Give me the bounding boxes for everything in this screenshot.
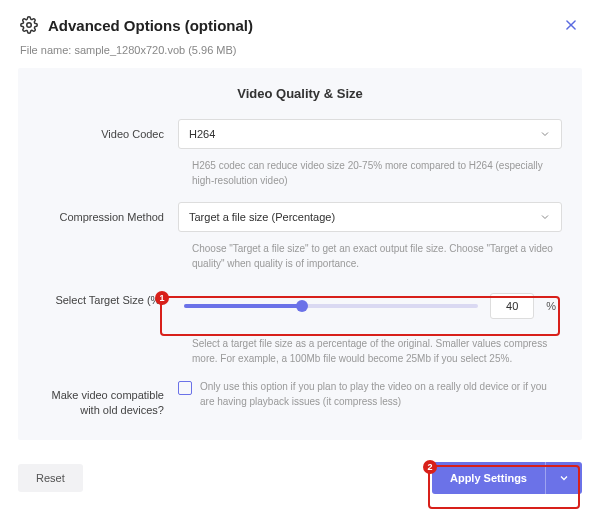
reset-button[interactable]: Reset [18,464,83,492]
compat-checkbox[interactable] [178,381,192,395]
method-value: Target a file size (Percentage) [189,211,335,223]
target-size-input[interactable] [490,293,534,319]
file-info: File name: sample_1280x720.vob (5.96 MB) [0,44,600,68]
apply-dropdown-button[interactable] [545,462,582,494]
target-label: Select Target Size (%) [38,285,178,308]
svg-point-0 [27,23,32,28]
apply-button-group: Apply Settings [432,462,582,494]
method-label: Compression Method [38,202,178,225]
compat-help: Only use this option if you plan to play… [200,380,562,409]
method-select[interactable]: Target a file size (Percentage) [178,202,562,232]
target-size-slider[interactable] [184,304,478,308]
file-label: File name: [20,44,71,56]
chevron-down-icon [558,472,570,484]
file-name: sample_1280x720.vob (5.96 MB) [74,44,236,56]
gear-icon [20,16,38,34]
codec-select[interactable]: H264 [178,119,562,149]
target-help: Select a target file size as a percentag… [18,331,582,380]
percent-sign: % [546,300,556,312]
close-icon[interactable] [564,18,578,32]
chevron-down-icon [539,128,551,140]
codec-help: H265 codec can reduce video size 20-75% … [18,153,582,202]
section-title: Video Quality & Size [18,68,582,119]
codec-value: H264 [189,128,215,140]
chevron-down-icon [539,211,551,223]
apply-button[interactable]: Apply Settings [432,462,545,494]
compat-label: Make video compatible with old devices? [38,380,178,418]
page-title: Advanced Options (optional) [48,17,253,34]
codec-label: Video Codec [38,119,178,142]
method-help: Choose "Target a file size" to get an ex… [18,236,582,285]
slider-thumb[interactable] [296,300,308,312]
